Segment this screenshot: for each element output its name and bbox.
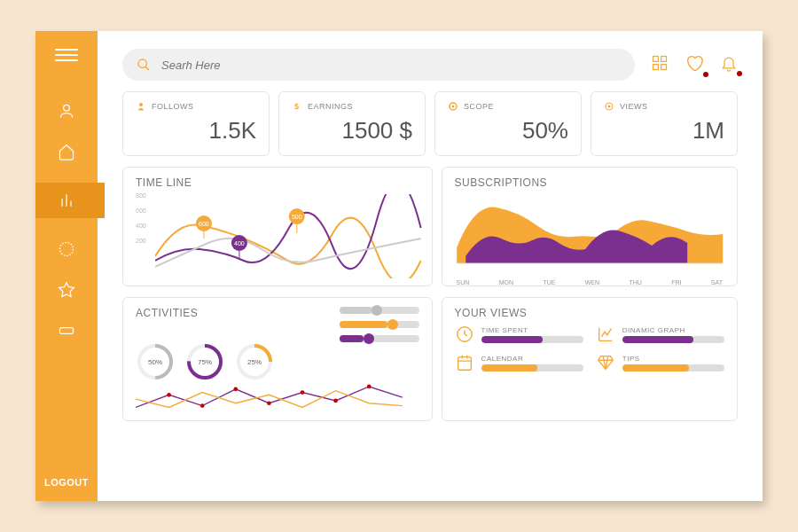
svg-point-11 xyxy=(452,106,455,108)
svg-rect-6 xyxy=(653,65,659,70)
stat-scope: SCOPE 50% xyxy=(434,91,582,156)
calendar-icon xyxy=(455,353,474,372)
grid-icon[interactable] xyxy=(651,54,669,75)
svg-point-13 xyxy=(608,106,611,108)
sidebar-item-profile[interactable] xyxy=(57,101,76,121)
topbar xyxy=(122,49,738,81)
radio-icon xyxy=(604,101,614,112)
svg-point-0 xyxy=(64,105,70,111)
activity-gauges: 50% 75% 25% xyxy=(136,342,274,381)
svg-point-1 xyxy=(60,243,74,256)
view-calendar: CALENDAR xyxy=(455,353,583,372)
svg-text:$: $ xyxy=(294,102,299,111)
svg-point-33 xyxy=(267,401,271,405)
svg-point-8 xyxy=(139,103,143,106)
svg-rect-2 xyxy=(60,328,74,334)
menu-button[interactable] xyxy=(55,49,78,61)
timeline-chart: 600 500 400 xyxy=(155,194,439,278)
stats-row: FOLLOWS 1.5K $EARNINGS 1500 $ SCOPE 50% … xyxy=(122,91,738,156)
view-dinamic-graph: DINAMIC GRAPH xyxy=(596,325,724,344)
sidebar-item-home[interactable] xyxy=(57,142,76,161)
svg-text:500: 500 xyxy=(292,214,302,220)
diamond-icon xyxy=(596,353,615,372)
stat-earnings: $EARNINGS 1500 $ xyxy=(278,91,426,156)
svg-rect-38 xyxy=(458,357,471,371)
stat-views: VIEWS 1M xyxy=(591,91,738,156)
logout-button[interactable]: LOGOUT xyxy=(44,477,89,488)
search-icon xyxy=(137,58,151,72)
user-icon xyxy=(136,101,146,112)
svg-point-30 xyxy=(167,393,171,397)
bell-icon[interactable] xyxy=(720,54,738,75)
search-box[interactable] xyxy=(122,49,635,81)
timeline-panel: TIME LINE 800600400200 600 500 400 xyxy=(122,167,433,286)
graph-icon xyxy=(596,325,615,344)
svg-text:600: 600 xyxy=(199,221,209,227)
target-icon xyxy=(448,101,458,112)
svg-point-32 xyxy=(233,387,238,391)
notification-dot xyxy=(703,72,708,77)
notification-dot xyxy=(737,71,742,76)
dollar-icon: $ xyxy=(292,101,302,112)
search-input[interactable] xyxy=(161,59,621,72)
sidebar-item-tickets[interactable] xyxy=(57,321,76,340)
main-content: FOLLOWS 1.5K $EARNINGS 1500 $ SCOPE 50% … xyxy=(98,31,763,501)
svg-point-3 xyxy=(138,59,146,67)
subscriptions-xaxis: SUNMONTUEWENTHUFRISAT xyxy=(455,276,724,286)
activities-panel: ACTIVITIES 50% 75% 25% xyxy=(122,297,433,421)
subscriptions-panel: SUBSCRIPTIONS SUNMONTUEWENTHUFRISAT xyxy=(442,167,738,286)
stat-follows: FOLLOWS 1.5K xyxy=(122,91,270,156)
svg-point-31 xyxy=(200,403,205,408)
view-tips: TIPS xyxy=(596,353,724,372)
sidebar-item-settings[interactable] xyxy=(57,239,76,259)
svg-rect-7 xyxy=(661,65,667,70)
app-window: LOGOUT FOLLOWS 1.5K $EARNINGS 1500 $ xyxy=(35,31,763,501)
sidebar: LOGOUT xyxy=(35,31,98,501)
clock-icon xyxy=(455,325,474,344)
timeline-yaxis: 800600400200 xyxy=(136,192,146,244)
activity-bars xyxy=(340,307,419,342)
your-views-panel: YOUR VIEWS TIME SPENT DINAMIC GRAPH CALE… xyxy=(442,297,738,421)
activities-chart xyxy=(136,381,419,419)
svg-rect-5 xyxy=(661,57,667,62)
svg-point-34 xyxy=(301,390,305,395)
view-time-spent: TIME SPENT xyxy=(455,325,583,344)
sidebar-item-stats[interactable] xyxy=(35,183,98,218)
svg-text:400: 400 xyxy=(234,240,245,246)
heart-icon[interactable] xyxy=(685,53,704,76)
svg-rect-4 xyxy=(653,57,659,62)
sidebar-item-favorites[interactable] xyxy=(57,280,76,300)
subscriptions-chart xyxy=(455,194,724,272)
svg-point-35 xyxy=(333,399,338,403)
svg-point-36 xyxy=(367,385,372,389)
